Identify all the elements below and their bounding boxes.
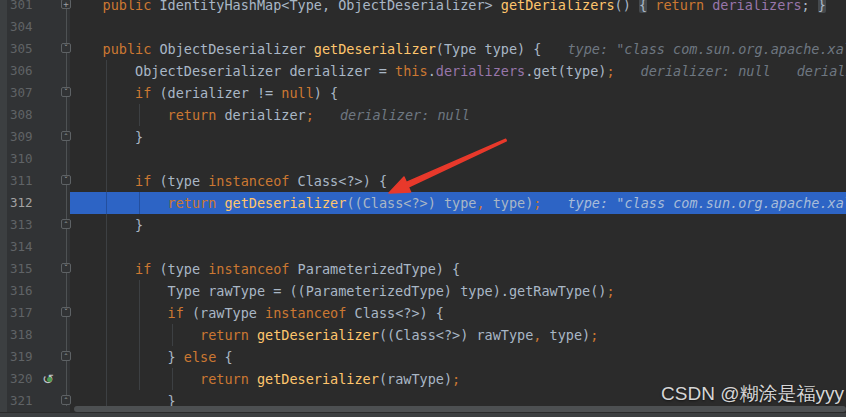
- code-token: ParameterizedType) {: [298, 261, 461, 277]
- code-line-313[interactable]: 313ˆ }: [0, 214, 846, 236]
- code-token: {: [639, 0, 647, 13]
- code-token: Class<?>) {: [298, 173, 387, 189]
- code-token: [70, 371, 200, 387]
- line-number[interactable]: 319: [10, 346, 33, 368]
- debugger-inline-hint: type: "class com.sun.org.apache.xala: [567, 41, 846, 57]
- line-number[interactable]: 316: [10, 280, 33, 302]
- fold-marker-icon[interactable]: ˆ: [61, 395, 71, 405]
- code-token: [70, 0, 103, 13]
- code-token: ;: [590, 327, 598, 343]
- code-token: (): [615, 0, 639, 13]
- line-number[interactable]: 317: [10, 302, 33, 324]
- line-number[interactable]: 315: [10, 258, 33, 280]
- code-token: else: [184, 349, 225, 365]
- gutter-cell: 316: [0, 280, 70, 302]
- code-token: {: [224, 349, 232, 365]
- line-number[interactable]: 307: [10, 82, 33, 104]
- code-token: Class<?>) {: [355, 305, 444, 321]
- code-text: Type rawType = ((ParameterizedType) type…: [70, 280, 846, 302]
- gutter-cell: 315ˇ: [0, 258, 70, 280]
- code-token: Type rawType = ((ParameterizedType) type…: [70, 283, 606, 299]
- line-number[interactable]: 318: [10, 324, 33, 346]
- code-token: return: [655, 0, 712, 13]
- line-number[interactable]: 310: [10, 148, 33, 170]
- fold-marker-icon[interactable]: ˇ: [61, 175, 71, 185]
- code-token: derializers: [436, 63, 525, 79]
- code-token: getDeserializer: [257, 371, 379, 387]
- code-token: public: [103, 0, 160, 13]
- code-line-315[interactable]: 315ˇ if (type instanceof ParameterizedTy…: [0, 258, 846, 280]
- code-token: ((Class<?>) type: [346, 195, 476, 211]
- line-number[interactable]: 311: [10, 170, 33, 192]
- line-number[interactable]: 306: [10, 60, 33, 82]
- code-token: [70, 85, 135, 101]
- fold-marker-icon[interactable]: ˇ: [61, 263, 71, 273]
- code-line-316[interactable]: 316 Type rawType = ((ParameterizedType) …: [0, 280, 846, 302]
- gutter-cell: 312: [0, 192, 70, 214]
- code-token: instanceof: [208, 261, 297, 277]
- code-text: }: [70, 214, 846, 236]
- line-number[interactable]: 321: [10, 390, 33, 412]
- code-line-301[interactable]: 301+ public IdentityHashMap<Type, Object…: [0, 0, 846, 16]
- code-line-319[interactable]: 319ˆ } else {: [0, 346, 846, 368]
- fold-marker-icon[interactable]: ˇ: [61, 87, 71, 97]
- code-token: derializer: [224, 107, 305, 123]
- code-text: return getDeserializer((Class<?>) type, …: [70, 192, 846, 214]
- gutter-cell: 306: [0, 60, 70, 82]
- gutter-cell: 301+: [0, 0, 70, 16]
- code-token: }: [70, 129, 143, 145]
- debugger-inline-hint: type: "class com.sun.org.apache.xala: [567, 195, 846, 211]
- code-line-306[interactable]: 306 ObjectDeserializer derializer = this…: [0, 60, 846, 82]
- gutter-cell: 309ˆ: [0, 126, 70, 148]
- fold-marker-icon[interactable]: ˇ: [61, 307, 71, 317]
- code-line-310[interactable]: 310: [0, 148, 846, 170]
- line-number[interactable]: 314: [10, 236, 33, 258]
- line-number[interactable]: 304: [10, 16, 33, 38]
- line-number[interactable]: 313: [10, 214, 33, 236]
- code-line-307[interactable]: 307ˇ if (derializer != null) {: [0, 82, 846, 104]
- code-line-312[interactable]: 312 return getDeserializer((Class<?>) ty…: [0, 192, 846, 214]
- code-lines-area: 301+ public IdentityHashMap<Type, Object…: [0, 0, 846, 412]
- code-line-305[interactable]: 305ˇ public ObjectDeserializer getDeseri…: [0, 38, 846, 60]
- indent-guide: [106, 192, 107, 214]
- fold-marker-icon[interactable]: ˆ: [61, 131, 71, 141]
- code-text: }: [70, 126, 846, 148]
- gutter-cell: 304: [0, 16, 70, 38]
- code-line-318[interactable]: 318 return getDeserializer((Class<?>) ra…: [0, 324, 846, 346]
- fold-marker-icon[interactable]: ˆ: [61, 219, 71, 229]
- code-token: .: [428, 63, 436, 79]
- debugger-inline-hint: derializer: null: [340, 107, 470, 123]
- line-number[interactable]: 308: [10, 104, 33, 126]
- csdn-watermark: CSDN @糊涂是福yyy: [661, 381, 844, 407]
- code-text: if (type instanceof ParameterizedType) {: [70, 258, 846, 280]
- code-token: (Type type) {: [436, 41, 542, 57]
- gutter-cell: 311ˇ: [0, 170, 70, 192]
- gutter-cell: 310: [0, 148, 70, 170]
- code-token: type): [485, 195, 534, 211]
- code-line-314[interactable]: 314: [0, 236, 846, 258]
- code-line-317[interactable]: 317ˇ if (rawType instanceof Class<?>) {: [0, 302, 846, 324]
- recursive-call-icon[interactable]: ↺: [42, 371, 57, 387]
- fold-expand-icon[interactable]: +: [61, 0, 71, 9]
- code-line-311[interactable]: 311ˇ if (type instanceof Class<?>) {: [0, 170, 846, 192]
- gutter-cell: 320↺: [0, 368, 70, 390]
- code-token: ) {: [314, 85, 338, 101]
- line-number[interactable]: 320: [10, 368, 33, 390]
- code-text: if (rawType instanceof Class<?>) {: [70, 302, 846, 324]
- line-number[interactable]: 301: [10, 0, 33, 16]
- code-token: this: [395, 63, 428, 79]
- code-token: (type: [159, 173, 208, 189]
- line-number[interactable]: 309: [10, 126, 33, 148]
- fold-marker-icon[interactable]: ˆ: [61, 351, 71, 361]
- line-number[interactable]: 312: [10, 192, 33, 214]
- code-line-308[interactable]: 308 return derializer;derializer: null: [0, 104, 846, 126]
- code-line-304[interactable]: 304: [0, 16, 846, 38]
- code-token: ObjectDeserializer derializer =: [70, 63, 395, 79]
- line-number[interactable]: 305: [10, 38, 33, 60]
- code-token: return: [168, 195, 225, 211]
- code-token: ;: [606, 63, 614, 79]
- code-line-309[interactable]: 309ˆ }: [0, 126, 846, 148]
- code-token: [70, 41, 103, 57]
- fold-marker-icon[interactable]: ˇ: [61, 43, 71, 53]
- code-text: if (derializer != null) {: [70, 82, 846, 104]
